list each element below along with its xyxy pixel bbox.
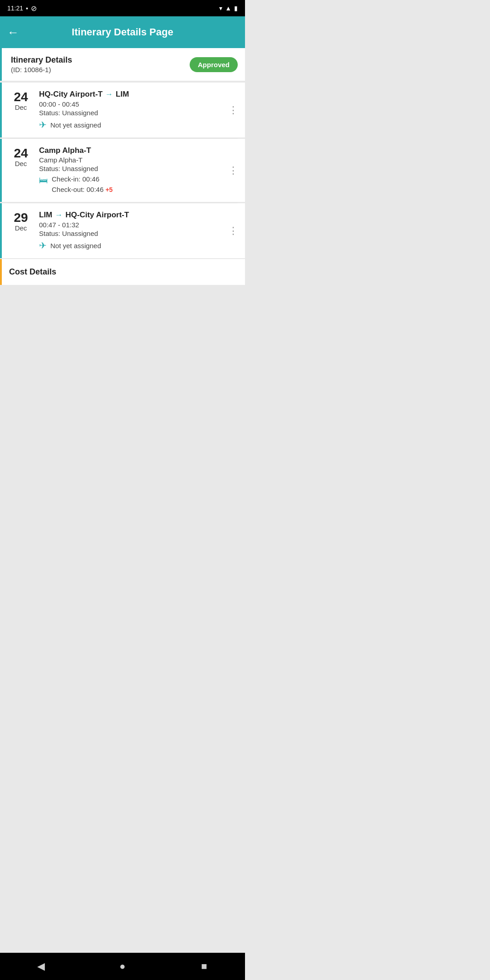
checkout-text-2: Check-out: 00:46 +5 bbox=[52, 185, 113, 195]
segment-body-3: LIM → HQ-City Airport-T 00:47 - 01:32 St… bbox=[39, 211, 221, 251]
status-bar-left: 11:21 ▪ ⊘ bbox=[7, 4, 37, 13]
segment-day-3: 29 bbox=[14, 211, 28, 224]
segment-menu-2[interactable]: ⋮ bbox=[227, 163, 240, 178]
segment-subtitle-2: Camp Alpha-T bbox=[39, 156, 221, 164]
segment-date-1: 24 Dec bbox=[9, 90, 33, 111]
segment-to-1: LIM bbox=[116, 90, 129, 99]
wifi-icon: ▾ bbox=[219, 5, 222, 12]
empty-space bbox=[0, 287, 245, 559]
segment-route-2: Camp Alpha-T bbox=[39, 146, 221, 155]
segment-card-2: 24 Dec Camp Alpha-T Camp Alpha-T Status:… bbox=[0, 139, 245, 202]
segment-month-2: Dec bbox=[15, 160, 27, 167]
status-badge: Approved bbox=[190, 57, 238, 72]
segment-body-2: Camp Alpha-T Camp Alpha-T Status: Unassi… bbox=[39, 146, 221, 195]
status-bar: 11:21 ▪ ⊘ ▾ ▲ ▮ bbox=[0, 0, 245, 16]
segment-from-3: LIM bbox=[39, 211, 52, 220]
segment-route-3: LIM → HQ-City Airport-T bbox=[39, 211, 221, 220]
route-arrow-3: → bbox=[55, 211, 63, 220]
segment-month-1: Dec bbox=[15, 103, 27, 111]
sim-card-icon: ▪ bbox=[26, 5, 28, 12]
segment-time-3: 00:47 - 01:32 bbox=[39, 221, 221, 229]
segment-date-3: 29 Dec bbox=[9, 211, 33, 232]
app-bar: ← Itinerary Details Page bbox=[0, 16, 245, 48]
time-display: 11:21 bbox=[7, 5, 23, 12]
segment-status-2: Status: Unassigned bbox=[39, 165, 221, 172]
segment-day-1: 24 bbox=[14, 91, 28, 103]
segment-assign-text-3: Not yet assigned bbox=[50, 242, 101, 250]
battery-icon: ▮ bbox=[234, 5, 238, 12]
cost-details-card: Cost Details bbox=[0, 259, 245, 285]
segment-day-2: 24 bbox=[14, 147, 28, 160]
itinerary-header-card: Itinerary Details (ID: 10086-1) Approved bbox=[0, 48, 245, 81]
segment-card-3: 29 Dec LIM → HQ-City Airport-T 00:47 - 0… bbox=[0, 203, 245, 258]
back-button[interactable]: ← bbox=[7, 26, 19, 38]
segment-card-1: 24 Dec HQ-City Airport-T → LIM 00:00 - 0… bbox=[0, 83, 245, 137]
flight-icon-1: ✈ bbox=[39, 119, 47, 130]
status-bar-right: ▾ ▲ ▮ bbox=[219, 5, 238, 12]
segment-time-1: 00:00 - 00:45 bbox=[39, 100, 221, 108]
segment-month-3: Dec bbox=[15, 224, 27, 232]
segment-status-1: Status: Unassigned bbox=[39, 109, 221, 117]
checkin-text-2: Check-in: 00:46 bbox=[52, 174, 113, 185]
segment-menu-1[interactable]: ⋮ bbox=[227, 103, 240, 118]
segment-body-1: HQ-City Airport-T → LIM 00:00 - 00:45 St… bbox=[39, 90, 221, 130]
plus-days-badge: +5 bbox=[105, 186, 113, 193]
segment-from-1: HQ-City Airport-T bbox=[39, 90, 103, 99]
segment-status-3: Status: Unassigned bbox=[39, 230, 221, 237]
itinerary-header-text: Itinerary Details (ID: 10086-1) bbox=[11, 55, 72, 74]
hotel-icon-2: 🛏 bbox=[39, 175, 48, 186]
flight-icon-3: ✈ bbox=[39, 240, 47, 251]
hotel-text-2: Check-in: 00:46 Check-out: 00:46 +5 bbox=[52, 174, 113, 195]
main-content: Itinerary Details (ID: 10086-1) Approved… bbox=[0, 48, 245, 559]
segment-assign-text-1: Not yet assigned bbox=[50, 121, 101, 129]
segment-route-1: HQ-City Airport-T → LIM bbox=[39, 90, 221, 99]
itinerary-title: Itinerary Details bbox=[11, 55, 72, 65]
signal-icon: ▲ bbox=[225, 5, 231, 12]
cost-details-title: Cost Details bbox=[9, 267, 238, 277]
segment-date-2: 24 Dec bbox=[9, 146, 33, 167]
segment-assign-row-3: ✈ Not yet assigned bbox=[39, 240, 221, 251]
segment-menu-3[interactable]: ⋮ bbox=[227, 223, 240, 239]
segment-assign-row-1: ✈ Not yet assigned bbox=[39, 119, 221, 130]
do-not-disturb-icon: ⊘ bbox=[31, 4, 37, 13]
page-title: Itinerary Details Page bbox=[26, 26, 219, 38]
route-arrow-1: → bbox=[105, 90, 113, 99]
itinerary-id: (ID: 10086-1) bbox=[11, 66, 72, 74]
hotel-row-2: 🛏 Check-in: 00:46 Check-out: 00:46 +5 bbox=[39, 174, 221, 195]
segment-from-2: Camp Alpha-T bbox=[39, 146, 91, 155]
segment-to-3: HQ-City Airport-T bbox=[65, 211, 129, 220]
itinerary-header: Itinerary Details (ID: 10086-1) Approved bbox=[0, 48, 245, 81]
